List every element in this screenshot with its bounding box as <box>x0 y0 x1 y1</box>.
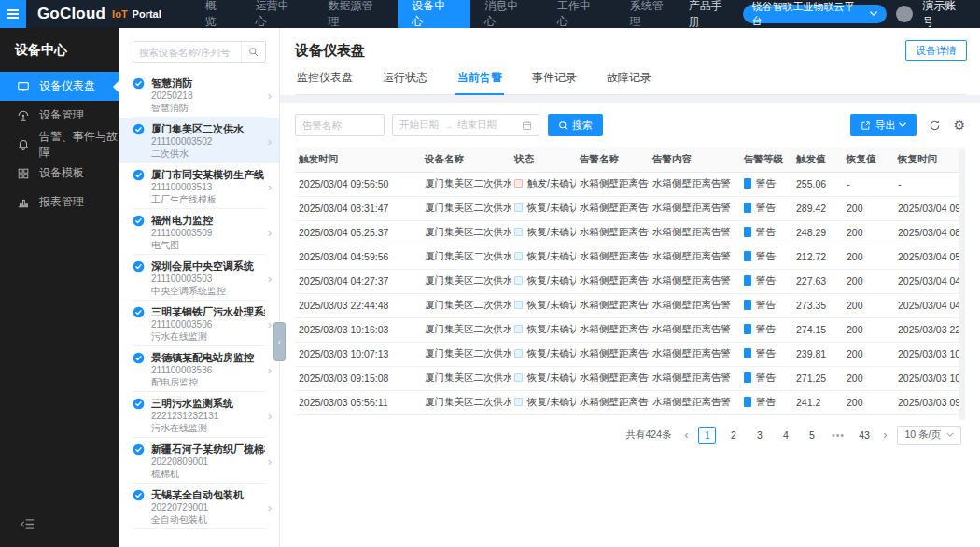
level-badge <box>744 275 751 286</box>
device-list-item[interactable]: 厦门市同安某模切生产线 211100003513 工厂生产线模板 › <box>119 163 279 209</box>
chevron-right-icon: › <box>268 317 272 331</box>
top-nav-item[interactable]: 系统管理 <box>616 0 689 28</box>
page-number[interactable]: ••• <box>829 427 847 444</box>
cell-trigger-time: 2025/03/04 05:25:37 <box>295 220 421 245</box>
device-name: 智慧消防 <box>151 77 265 90</box>
platform-select[interactable]: 锐谷智联工业物联云平台 <box>743 5 888 23</box>
device-list-item[interactable]: 福州电力监控 211100003509 电气图 › <box>119 209 279 255</box>
sidebar-collapse-icon[interactable] <box>21 517 35 534</box>
alarm-name-input[interactable] <box>295 114 385 136</box>
top-nav-item[interactable]: 数据源管理 <box>315 0 399 28</box>
active-notch <box>113 80 119 93</box>
cell-trigger-time: 2025/03/04 09:56:50 <box>295 172 421 196</box>
sidebar-item-device-manage[interactable]: 设备管理 <box>0 101 119 130</box>
status-badge <box>514 398 523 406</box>
next-page-icon[interactable]: › <box>881 428 889 442</box>
date-range-picker[interactable]: 开始日期 → 结束日期 <box>392 114 539 136</box>
sidebar-item-device-template[interactable]: 设备模板 <box>0 159 119 188</box>
top-nav-item[interactable]: 消息中心 <box>470 0 543 28</box>
cell-alarm-content: 水箱侧壁距离告警 <box>649 269 740 293</box>
page-number[interactable]: 5 <box>803 427 820 444</box>
device-name: 厦门集美区二次供水 <box>151 122 265 135</box>
table-row[interactable]: 2025/03/04 04:59:56 厦门集美区二次供水 恢复/未确认 水箱侧… <box>295 245 965 269</box>
hamburger-icon[interactable] <box>0 0 26 28</box>
top-navbar: GoCloud IoT Portal 概览 运营中心 数据源管理 设备中心 消息… <box>0 0 980 28</box>
device-info: 智慧消防 20250218 智慧消防 <box>151 77 265 114</box>
sidebar-item-report-manage[interactable]: 报表管理 <box>0 188 119 217</box>
check-circle-icon <box>133 443 145 456</box>
prev-page-icon[interactable]: ‹ <box>682 428 690 442</box>
device-list-item[interactable]: 三明某钢铁厂污水处理系统 211100003506 污水在线监测 › <box>119 301 279 346</box>
top-nav-item[interactable]: 设备中心 <box>398 0 470 28</box>
top-nav-item[interactable]: 概览 <box>191 0 242 28</box>
search-icon[interactable] <box>241 42 265 62</box>
app-logo: GoCloud IoT Portal <box>26 0 175 28</box>
table-row[interactable]: 2025/03/03 22:44:48 厦门集美区二次供水 恢复/未确认 水箱侧… <box>295 293 965 317</box>
table-row[interactable]: 2025/03/03 05:56:11 厦门集美区二次供水 恢复/未确认 水箱侧… <box>295 390 965 414</box>
device-template: 二次供水 <box>151 147 265 160</box>
gear-icon[interactable]: ⚙ <box>953 119 965 132</box>
device-list-item[interactable]: 无锡某全自动包装机 20220729001 全自动包装机 › <box>119 484 279 529</box>
chevron-right-icon: › <box>268 363 272 377</box>
cell-recover-time: 2025/03/04 05 <box>894 245 965 269</box>
table-scrollbar[interactable] <box>959 149 965 420</box>
device-detail-button[interactable]: 设备详情 <box>905 40 967 61</box>
cell-trigger-value: 274.15 <box>792 317 843 342</box>
refresh-icon[interactable] <box>929 119 941 132</box>
top-nav-item[interactable]: 工作中心 <box>543 0 616 28</box>
tab-item[interactable]: 监控仪表盘 <box>295 70 355 94</box>
sidebar-item-device-dashboard[interactable]: 设备仪表盘 <box>0 72 119 101</box>
device-list-item[interactable]: 智慧消防 20250218 智慧消防 › <box>119 72 279 118</box>
cell-trigger-time: 2025/03/04 04:27:37 <box>295 269 421 293</box>
main-layout: 设备中心 设备仪表盘 设备管理 告警、事件与故障 设备模板 报表管理 <box>0 28 980 547</box>
device-name: 无锡某全自动包装机 <box>151 488 265 501</box>
avatar[interactable] <box>896 6 913 22</box>
device-list-item[interactable]: 景德镇某配电站房监控 211100003536 配电房监控 › <box>119 346 279 392</box>
tab-item[interactable]: 运行状态 <box>381 70 429 94</box>
level-label: 警告 <box>756 226 776 237</box>
device-list-item[interactable]: 新疆石河子某纺织厂梳棉机 20220809001 梳棉机 › <box>119 438 279 484</box>
panel-collapse-handle[interactable]: ‹ <box>273 322 286 361</box>
page-size-select[interactable]: 10 条/页 <box>897 426 961 445</box>
device-serial: 211100003509 <box>151 227 265 239</box>
export-button[interactable]: 导出 <box>850 114 917 136</box>
device-info: 厦门市同安某模切生产线 211100003513 工厂生产线模板 <box>151 168 265 205</box>
top-nav-item[interactable]: 运营中心 <box>242 0 315 28</box>
cell-alarm-name: 水箱侧壁距离告警 <box>576 317 649 342</box>
check-circle-icon <box>133 306 145 318</box>
page-number[interactable]: 3 <box>750 427 768 444</box>
search-button[interactable]: 搜索 <box>548 114 603 136</box>
table-row[interactable]: 2025/03/03 10:07:13 厦门集美区二次供水 恢复/未确认 水箱侧… <box>295 342 965 366</box>
filter-row: 开始日期 → 结束日期 搜索 导出 <box>295 114 965 136</box>
cell-trigger-value: 212.72 <box>792 245 843 269</box>
cell-trigger-value: 271.25 <box>792 366 843 390</box>
tab-item[interactable]: 事件记录 <box>530 70 579 94</box>
account-name[interactable]: 演示账号 <box>922 0 967 30</box>
logo-text-iot: IoT <box>112 8 128 20</box>
table-row[interactable]: 2025/03/03 10:16:03 厦门集美区二次供水 恢复/未确认 水箱侧… <box>295 317 965 342</box>
sidebar-item-alarms-events-faults[interactable]: 告警、事件与故障 <box>0 130 119 159</box>
table-row[interactable]: 2025/03/04 04:27:37 厦门集美区二次供水 恢复/未确认 水箱侧… <box>295 269 965 293</box>
cell-recover-time: 2025/03/04 09 <box>894 196 965 220</box>
top-nav-menu: 概览 运营中心 数据源管理 设备中心 消息中心 工作中心 系统管理 <box>191 0 689 28</box>
cell-trigger-time: 2025/03/04 04:59:56 <box>295 245 421 269</box>
product-manual-link[interactable]: 产品手册 <box>689 0 734 30</box>
level-label: 警告 <box>756 202 776 213</box>
cell-device-name: 厦门集美区二次供水 <box>421 390 511 414</box>
page-number[interactable]: 2 <box>724 427 742 444</box>
device-list-item[interactable]: 深圳会展中央空调系统 211100003503 中央空调系统监控 › <box>119 255 279 301</box>
page-number[interactable]: 4 <box>777 427 794 444</box>
tab-item[interactable]: 当前告警 <box>455 70 504 94</box>
table-row[interactable]: 2025/03/03 09:15:08 厦门集美区二次供水 恢复/未确认 水箱侧… <box>295 366 965 390</box>
tab-item[interactable]: 故障记录 <box>605 70 653 94</box>
table-row[interactable]: 2025/03/04 05:25:37 厦门集美区二次供水 恢复/未确认 水箱侧… <box>295 220 965 245</box>
table-row[interactable]: 2025/03/04 09:56:50 厦门集美区二次供水 触发/未确认 水箱侧… <box>295 172 965 196</box>
table-row[interactable]: 2025/03/04 08:31:47 厦门集美区二次供水 恢复/未确认 水箱侧… <box>295 196 965 220</box>
page-number[interactable]: 43 <box>855 427 873 444</box>
device-name: 深圳会展中央空调系统 <box>151 259 265 273</box>
device-list-item[interactable]: 三明污水监测系统 2221231232131 污水在线监测 › <box>119 392 279 438</box>
device-name: 福州电力监控 <box>151 214 265 227</box>
page-number[interactable]: 1 <box>698 427 716 444</box>
device-list-item[interactable]: 厦门集美区二次供水 211100003502 二次供水 › <box>119 118 279 163</box>
device-search-input[interactable] <box>133 42 241 62</box>
